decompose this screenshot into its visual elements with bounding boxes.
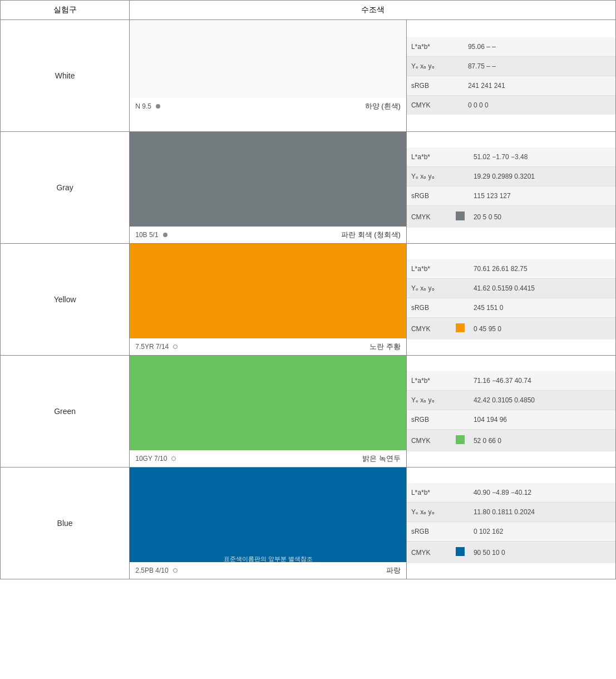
stat-swatch-gray-0 <box>451 147 469 167</box>
stat-label-white-3: CMYK <box>407 95 451 115</box>
stat-label-green-0: L*a*b* <box>407 371 451 391</box>
munsell-dot-white <box>156 104 160 109</box>
stat-value-blue-3: 90 50 10 0 <box>469 542 615 564</box>
stat-row-gray-0: L*a*b*51.02 −1.70 −3.48 <box>407 147 615 167</box>
stats-green: L*a*b*71.16 −46.37 40.74Yₑ xₒ yₒ42.42 0.… <box>406 356 615 468</box>
stat-label-blue-1: Yₑ xₒ yₒ <box>407 503 451 522</box>
color-name-kr-yellow: 노란 주황 <box>369 342 401 352</box>
stat-swatch-blue-1 <box>451 503 469 522</box>
color-name-kr-blue: 파랑 <box>386 565 401 575</box>
stat-label-gray-2: sRGB <box>407 186 451 206</box>
stat-swatch-green-3 <box>451 430 469 452</box>
stat-value-yellow-3: 0 45 95 0 <box>469 318 615 340</box>
color-name-kr-green: 밝은 녹연두 <box>362 454 401 464</box>
overlay-text-blue: 표준색이름판의 앞부분 별색참조 <box>130 555 406 563</box>
stat-row-blue-1: Yₑ xₒ yₒ11.80 0.1811 0.2024 <box>407 503 615 522</box>
stat-value-gray-3: 20 5 0 50 <box>469 206 615 228</box>
stat-value-yellow-0: 70.61 26.61 82.75 <box>469 259 615 279</box>
stat-label-green-3: CMYK <box>407 430 451 452</box>
row-white: WhiteN 9.5하양 (흰색)L*a*b*95.06 – –Yₑ xₒ yₒ… <box>1 20 616 132</box>
munsell-dot-yellow <box>173 345 178 349</box>
stats-yellow: L*a*b*70.61 26.61 82.75Yₑ xₒ yₒ41.62 0.5… <box>406 244 615 356</box>
stat-row-yellow-1: Yₑ xₒ yₒ41.62 0.5159 0.4415 <box>407 279 615 298</box>
stat-swatch-white-2 <box>451 76 464 95</box>
stat-value-blue-1: 11.80 0.1811 0.2024 <box>469 503 615 522</box>
stat-value-white-1: 87.75 – – <box>464 56 615 76</box>
stats-white: L*a*b*95.06 – –Yₑ xₒ yₒ87.75 – –sRGB241 … <box>406 20 615 132</box>
stat-swatch-green-1 <box>451 391 469 410</box>
munsell-dot-green <box>171 456 176 461</box>
swatch-box-yellow <box>456 323 465 332</box>
munsell-yellow: 7.5YR 7/14 <box>135 343 169 351</box>
header-col2: 수조색 <box>130 1 616 20</box>
label-yellow: Yellow <box>1 244 130 356</box>
header-col1: 실험구 <box>1 1 130 20</box>
label-white: White <box>1 20 130 132</box>
stat-swatch-yellow-3 <box>451 318 469 340</box>
munsell-gray: 10B 5/1 <box>135 231 158 239</box>
stat-label-yellow-2: sRGB <box>407 298 451 318</box>
stat-label-blue-0: L*a*b* <box>407 483 451 503</box>
stat-label-gray-1: Yₑ xₒ yₒ <box>407 167 451 186</box>
row-green: Green10GY 7/10밝은 녹연두L*a*b*71.16 −46.37 4… <box>1 356 616 468</box>
stat-row-white-3: CMYK0 0 0 0 <box>407 95 615 115</box>
color-label-bar-yellow: 7.5YR 7/14노란 주황 <box>130 338 406 355</box>
stat-label-gray-3: CMYK <box>407 206 451 228</box>
color-label-bar-green: 10GY 7/10밝은 녹연두 <box>130 450 406 467</box>
stat-row-white-0: L*a*b*95.06 – – <box>407 37 615 57</box>
stat-swatch-blue-3 <box>451 542 469 564</box>
stat-label-blue-3: CMYK <box>407 542 451 564</box>
stat-label-yellow-1: Yₑ xₒ yₒ <box>407 279 451 298</box>
stat-label-green-2: sRGB <box>407 410 451 430</box>
stat-value-blue-2: 0 102 162 <box>469 522 615 542</box>
stat-label-white-1: Yₑ xₒ yₒ <box>407 56 451 76</box>
stat-value-gray-1: 19.29 0.2989 0.3201 <box>469 167 615 186</box>
stat-value-green-2: 104 194 96 <box>469 410 615 430</box>
label-green: Green <box>1 356 130 468</box>
row-gray: Gray10B 5/1파란 회색 (청회색)L*a*b*51.02 −1.70 … <box>1 132 616 244</box>
label-blue: Blue <box>1 468 130 579</box>
stat-row-green-1: Yₑ xₒ yₒ42.42 0.3105 0.4850 <box>407 391 615 410</box>
stat-value-gray-2: 115 123 127 <box>469 186 615 206</box>
swatch-box-green <box>456 435 465 444</box>
stat-swatch-white-3 <box>451 95 464 115</box>
stat-value-white-0: 95.06 – – <box>464 37 615 57</box>
main-table: 실험구 수조색 WhiteN 9.5하양 (흰색)L*a*b*95.06 – –… <box>0 0 616 579</box>
stat-swatch-gray-2 <box>451 186 469 206</box>
stat-value-green-3: 52 0 66 0 <box>469 430 615 452</box>
color-box-yellow <box>130 244 406 338</box>
stats-gray: L*a*b*51.02 −1.70 −3.48Yₑ xₒ yₒ19.29 0.2… <box>406 132 615 244</box>
row-blue: Blue표준색이름판의 앞부분 별색참조2.5PB 4/10파랑L*a*b*40… <box>1 468 616 579</box>
stat-value-yellow-1: 41.62 0.5159 0.4415 <box>469 279 615 298</box>
stat-row-yellow-2: sRGB245 151 0 <box>407 298 615 318</box>
stat-label-gray-0: L*a*b* <box>407 147 451 167</box>
stat-row-gray-1: Yₑ xₒ yₒ19.29 0.2989 0.3201 <box>407 167 615 186</box>
stat-swatch-white-1 <box>451 56 464 76</box>
stat-row-gray-3: CMYK20 5 0 50 <box>407 206 615 228</box>
stat-label-blue-2: sRGB <box>407 522 451 542</box>
swatch-box-gray <box>456 211 465 220</box>
stat-swatch-green-2 <box>451 410 469 430</box>
stat-value-white-2: 241 241 241 <box>464 76 615 95</box>
stat-row-gray-2: sRGB115 123 127 <box>407 186 615 206</box>
stat-value-gray-0: 51.02 −1.70 −3.48 <box>469 147 615 167</box>
color-display-white: N 9.5하양 (흰색) <box>130 20 407 132</box>
color-box-white <box>130 20 406 98</box>
stats-blue: L*a*b*40.90 −4.89 −40.12Yₑ xₒ yₒ11.80 0.… <box>406 468 615 579</box>
stat-swatch-gray-1 <box>451 167 469 186</box>
stat-swatch-green-0 <box>451 371 469 391</box>
stat-value-yellow-2: 245 151 0 <box>469 298 615 318</box>
stat-row-green-0: L*a*b*71.16 −46.37 40.74 <box>407 371 615 391</box>
stat-label-yellow-0: L*a*b* <box>407 259 451 279</box>
stat-value-green-1: 42.42 0.3105 0.4850 <box>469 391 615 410</box>
stat-value-blue-0: 40.90 −4.89 −40.12 <box>469 483 615 503</box>
stat-swatch-white-0 <box>451 37 464 57</box>
stat-row-blue-2: sRGB0 102 162 <box>407 522 615 542</box>
color-name-kr-white: 하양 (흰색) <box>365 101 401 111</box>
color-name-kr-gray: 파란 회색 (청회색) <box>341 230 401 240</box>
color-display-blue: 표준색이름판의 앞부분 별색참조2.5PB 4/10파랑 <box>130 468 407 579</box>
stat-row-green-2: sRGB104 194 96 <box>407 410 615 430</box>
stat-swatch-yellow-0 <box>451 259 469 279</box>
label-gray: Gray <box>1 132 130 244</box>
stat-label-white-2: sRGB <box>407 76 451 95</box>
